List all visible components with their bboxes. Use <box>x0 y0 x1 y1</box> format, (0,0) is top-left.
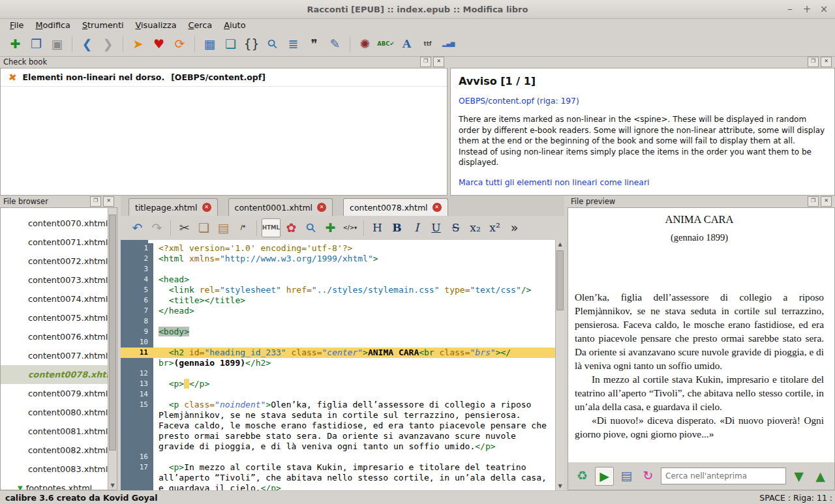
special-char-icon[interactable]: ✿ <box>282 219 300 237</box>
more-icon[interactable]: » <box>506 219 523 237</box>
code-line[interactable]: 1<?xml version='1.0' encoding='utf-8'?> <box>121 243 556 254</box>
menu-modifica[interactable]: Modifica <box>29 19 76 31</box>
find-prev-icon[interactable]: ▲ <box>812 467 829 485</box>
file-item[interactable]: content0073.xhtml <box>1 271 117 289</box>
float-panel-icon[interactable]: ❐ <box>808 57 819 67</box>
cut-icon[interactable]: ✂ <box>175 219 193 237</box>
file-item[interactable]: content0078.xhtml <box>1 365 117 384</box>
save-icon[interactable]: ▣ <box>48 35 66 53</box>
close-panel-icon[interactable]: ✕ <box>821 196 832 207</box>
new-file-icon[interactable]: ✚ <box>7 35 24 53</box>
tab-close-icon[interactable]: ✕ <box>317 203 326 212</box>
export-file-icon[interactable]: ❏ <box>222 35 239 53</box>
file-item[interactable]: content0077.xhtml <box>1 346 117 365</box>
code-line[interactable]: 5 <link rel="stylesheet" href="../styles… <box>121 285 556 295</box>
code-line[interactable]: 14 <box>121 389 556 400</box>
file-item[interactable]: content0071.xhtml <box>1 233 117 252</box>
code-line[interactable]: 4<head> <box>121 274 556 285</box>
dictionary-icon[interactable]: A <box>398 35 416 53</box>
code-line[interactable]: 12 <box>121 368 556 379</box>
fix-link[interactable]: Marca tutti gli elementi non lineari com… <box>459 178 827 187</box>
forward-icon[interactable]: ❯ <box>99 35 117 53</box>
code-line[interactable]: 15 <p class="noindent">Olen’ka, figlia d… <box>121 400 556 410</box>
tab-content0001.xhtml[interactable]: content0001.xhtml✕ <box>228 198 333 216</box>
float-panel-icon[interactable]: ❐ <box>420 57 431 67</box>
bookmark-icon[interactable]: ➤ <box>129 35 147 53</box>
reload-icon[interactable]: ↻ <box>639 467 657 484</box>
menu-strumenti[interactable]: Strumenti <box>76 19 130 31</box>
back-icon[interactable]: ❮ <box>78 35 96 53</box>
insert-tag-icon[interactable]: ✚ <box>322 219 339 237</box>
file-item[interactable]: content0070.xhtml <box>1 214 117 233</box>
preview-search-input[interactable] <box>661 467 786 484</box>
code-line[interactable]: Faceva caldo, le mosche erano fastidiose… <box>121 421 556 431</box>
html-file-icon[interactable]: HTML <box>262 218 281 237</box>
file-item[interactable]: content0076.xhtml <box>1 327 117 346</box>
code-line[interactable]: 8 <box>121 316 556 327</box>
minimize-button[interactable]: – <box>785 3 795 15</box>
editor-scrollbar[interactable]: ▲ ▼ <box>555 240 564 490</box>
file-item[interactable]: content0075.xhtml <box>1 308 117 327</box>
find-next-icon[interactable]: ▼ <box>790 467 808 485</box>
menu-aiuto[interactable]: Aiuto <box>218 19 251 31</box>
close-panel-icon[interactable]: ✕ <box>103 196 114 207</box>
maximize-button[interactable]: + <box>802 3 812 15</box>
sync-icon[interactable]: ⟳ <box>171 35 189 53</box>
code-line[interactable]: 7</head> <box>121 306 556 316</box>
stats-icon[interactable]: ▂▄▆ <box>440 35 457 53</box>
menu-cerca[interactable]: Cerca <box>183 19 219 31</box>
code-line[interactable]: 6 <title></title> <box>121 295 556 306</box>
undo-icon[interactable]: ↶ <box>129 219 146 237</box>
superscript-icon[interactable]: x² <box>486 219 504 237</box>
code-line[interactable]: 11 <h2 id="heading_id_233" class="center… <box>121 348 556 358</box>
code-line[interactable]: e guardava il cielo.</p> <box>121 483 556 490</box>
code-line[interactable]: 10 <box>121 337 556 348</box>
strike-icon[interactable]: S <box>447 219 464 237</box>
code-line[interactable]: 17 <p>In mezzo al cortile stava Kukin, i… <box>121 462 556 473</box>
redo-icon[interactable]: ↷ <box>148 219 166 237</box>
braces-icon[interactable]: {} <box>243 35 260 53</box>
check-book-icon[interactable]: ✺ <box>356 35 374 53</box>
code-line[interactable]: br>(gennaio 1899)</h2> <box>121 358 556 368</box>
heading-icon[interactable]: H <box>369 219 386 237</box>
tab-titlepage.xhtml[interactable]: titlepage.xhtml✕ <box>129 198 218 216</box>
file-item[interactable]: content0082.xhtml <box>1 441 117 460</box>
file-list-scrollbar[interactable]: ▼ <box>108 208 117 490</box>
copy-icon[interactable]: ❏ <box>195 219 213 237</box>
tab-content0078.xhtml[interactable]: content0078.xhtml✕ <box>343 198 448 216</box>
file-item[interactable]: ▼footnotes.xhtml <box>1 479 117 490</box>
code-line[interactable]: 16 <box>121 452 556 462</box>
code-line[interactable]: all’aperto “Tivoli”, che abitava nello s… <box>121 473 556 483</box>
file-item[interactable]: content0083.xhtml <box>1 460 117 479</box>
file-item[interactable]: content0072.xhtml <box>1 252 117 271</box>
font-icon[interactable]: ttf <box>419 35 436 53</box>
code-line[interactable]: presto ormai sarebbe stato sera. Da orie… <box>121 431 556 441</box>
split-view-icon[interactable]: ▤ <box>618 467 635 484</box>
open-book-icon[interactable]: ❐ <box>27 35 45 53</box>
code-line[interactable]: 9<body> <box>121 327 556 337</box>
donate-icon[interactable]: ♥ <box>150 35 168 53</box>
close-button[interactable]: × <box>819 3 828 15</box>
check-result-row[interactable]: ✖ Elementi non-lineari nel dorso. [OEBPS… <box>1 68 447 87</box>
subscript-icon[interactable]: x₂ <box>466 219 484 237</box>
find-replace-icon[interactable]: ⚲ <box>298 215 323 240</box>
file-item[interactable]: content0081.xhtml <box>1 422 117 441</box>
scroll-up-icon[interactable]: ▲ <box>556 240 564 248</box>
quotes-icon[interactable]: ❞ <box>305 35 323 53</box>
code-line[interactable]: gravide di pioggia, e di là veniva ogni … <box>121 441 556 452</box>
menu-file[interactable]: File <box>4 19 29 31</box>
code-editor[interactable]: 1<?xml version='1.0' encoding='utf-8'?>2… <box>121 240 564 490</box>
warning-file-link[interactable]: OEBPS/content.opf (riga: 197) <box>459 96 827 106</box>
tab-close-icon[interactable]: ✕ <box>202 203 211 212</box>
float-panel-icon[interactable]: ❐ <box>90 196 101 207</box>
comment-icon[interactable]: /* <box>234 219 252 237</box>
underline-icon[interactable]: U <box>427 219 445 237</box>
code-tag-icon[interactable]: </>▾ <box>341 219 359 237</box>
italic-icon[interactable]: I <box>408 219 425 237</box>
refresh-preview-icon[interactable]: ♻ <box>573 467 591 484</box>
scroll-down-icon[interactable]: ▼ <box>556 482 564 490</box>
file-item[interactable]: content0080.xhtml <box>1 403 117 422</box>
arrange-icon[interactable]: ≣ <box>284 35 302 53</box>
tab-close-icon[interactable]: ✕ <box>433 203 442 212</box>
close-panel-icon[interactable]: ✕ <box>821 57 832 67</box>
